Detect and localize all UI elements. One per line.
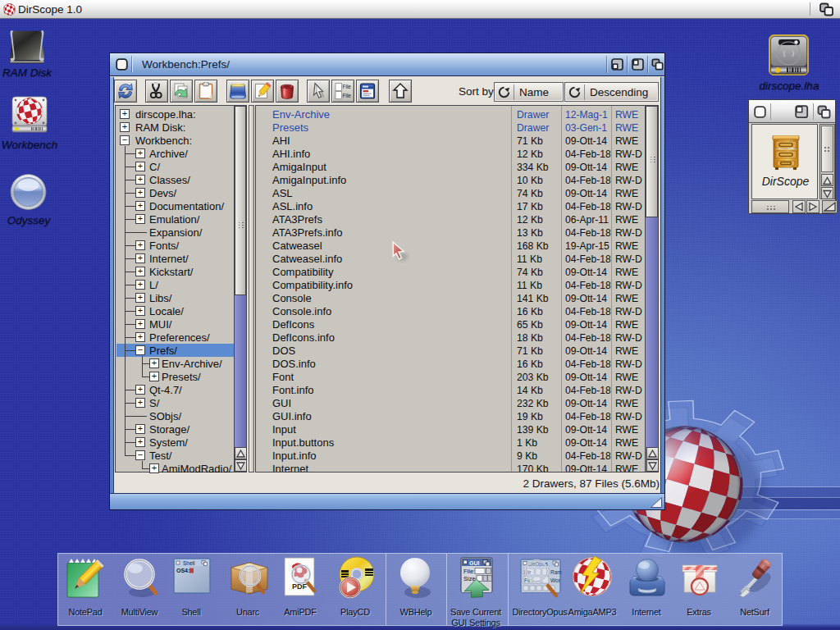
- svg-text:Wor: Wor: [550, 578, 561, 583]
- svg-text:GUI: GUI: [469, 560, 480, 566]
- svg-text:OS4:: OS4:: [176, 568, 189, 573]
- svg-text:File:: File:: [463, 568, 475, 575]
- svg-text:Shell: Shell: [183, 560, 195, 566]
- svg-text:Ram: Ram: [550, 569, 562, 575]
- svg-text:File: File: [343, 93, 352, 98]
- svg-text:File: File: [343, 84, 352, 89]
